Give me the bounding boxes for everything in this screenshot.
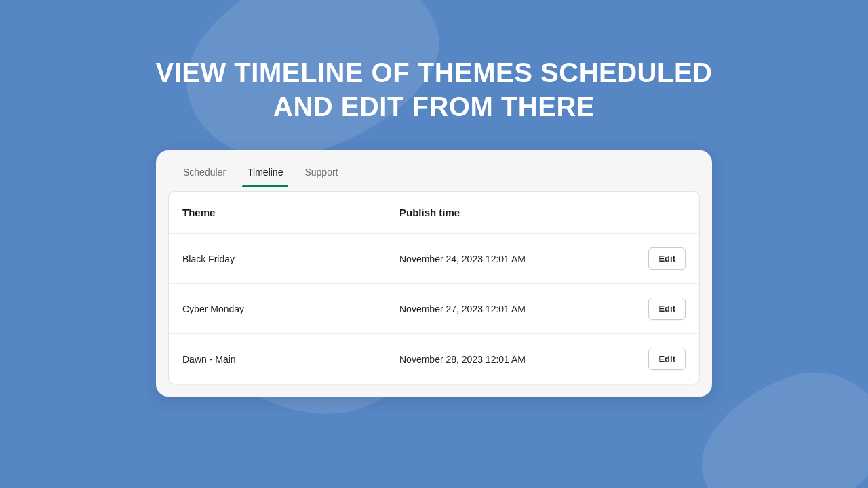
cell-theme: Dawn - Main [182, 354, 399, 365]
cell-publish-time: November 28, 2023 12:01 AM [399, 354, 625, 365]
tab-timeline[interactable]: Timeline [237, 155, 294, 187]
edit-button[interactable]: Edit [648, 298, 686, 320]
cell-action: Edit [625, 348, 686, 370]
table-row: Dawn - Main November 28, 2023 12:01 AM E… [169, 333, 699, 384]
timeline-table: Theme Publish time Black Friday November… [168, 191, 700, 384]
cell-publish-time: November 27, 2023 12:01 AM [399, 304, 625, 314]
column-header-publish-time: Publish time [399, 207, 625, 218]
column-header-theme: Theme [182, 207, 399, 218]
page-title: VIEW TIMELINE OF THEMES SCHEDULED AND ED… [0, 0, 868, 150]
page-title-line2: AND EDIT FROM THERE [0, 89, 868, 123]
cell-theme: Cyber Monday [182, 304, 399, 314]
table-row: Cyber Monday November 27, 2023 12:01 AM … [169, 283, 699, 333]
tab-bar: Scheduler Timeline Support [156, 150, 712, 187]
tab-support[interactable]: Support [294, 155, 349, 187]
timeline-panel: Scheduler Timeline Support Theme Publish… [156, 150, 712, 396]
table-row: Black Friday November 24, 2023 12:01 AM … [169, 233, 699, 283]
edit-button[interactable]: Edit [648, 348, 686, 370]
cell-action: Edit [625, 298, 686, 320]
table-header-row: Theme Publish time [169, 192, 699, 233]
tab-scheduler[interactable]: Scheduler [172, 155, 237, 187]
edit-button[interactable]: Edit [648, 247, 686, 270]
cell-publish-time: November 24, 2023 12:01 AM [399, 253, 625, 264]
cell-theme: Black Friday [182, 253, 399, 264]
cell-action: Edit [625, 247, 686, 270]
page-title-line1: VIEW TIMELINE OF THEMES SCHEDULED [0, 56, 868, 89]
